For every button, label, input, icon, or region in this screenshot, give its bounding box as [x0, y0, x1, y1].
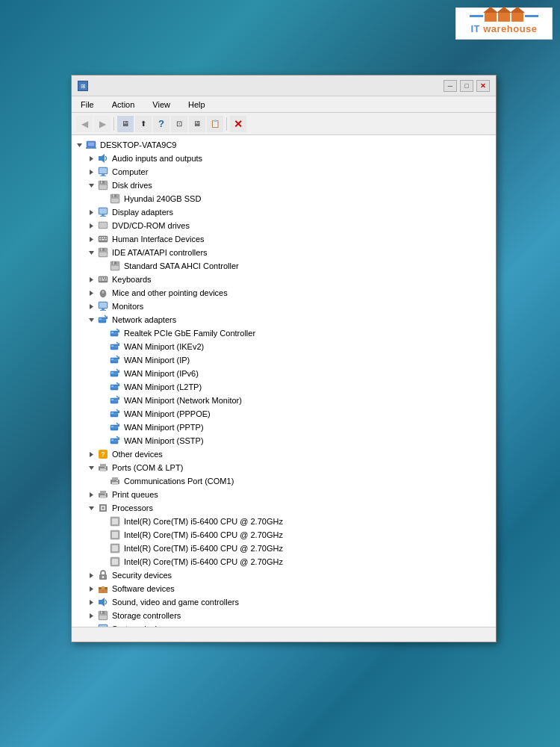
tree-item-hid[interactable]: Human Interface Devices: [72, 232, 496, 246]
tree-item-wan8[interactable]: WAN Miniport (SSTP): [72, 434, 496, 447]
tree-item-ports[interactable]: Ports (COM & LPT): [72, 461, 496, 474]
svg-rect-140: [112, 532, 118, 538]
svg-marker-38: [89, 251, 94, 255]
expand-icon-software[interactable]: [87, 584, 96, 593]
tree-item-wan5[interactable]: WAN Miniport (Network Monitor): [72, 394, 496, 407]
tree-icon-sound: [97, 596, 109, 608]
tree-item-network[interactable]: Network adapters: [72, 313, 496, 326]
tree-item-audio[interactable]: Audio inputs and outputs: [72, 152, 496, 165]
svg-rect-20: [111, 199, 119, 202]
update-driver-button[interactable]: ⬆: [135, 116, 152, 132]
logo-line-right: [525, 15, 538, 17]
minimize-button[interactable]: ─: [444, 80, 457, 92]
tree-item-other[interactable]: ?Other devices: [72, 447, 496, 461]
close-button[interactable]: ✕: [476, 80, 490, 92]
tree-item-wan7[interactable]: WAN Miniport (PPTP): [72, 421, 496, 434]
tree-item-cpu2[interactable]: Intel(R) Core(TM) i5-6400 CPU @ 2.70GHz: [72, 528, 496, 542]
tree-item-monitors[interactable]: Monitors: [72, 300, 496, 313]
svg-marker-6: [102, 154, 105, 163]
tree-item-sata[interactable]: Standard SATA AHCI Controller: [72, 259, 496, 273]
menu-action[interactable]: Action: [109, 99, 138, 111]
svg-text:?: ?: [101, 450, 105, 458]
tree-item-software[interactable]: Software devices: [72, 582, 496, 595]
expand-icon-keyboards[interactable]: [87, 275, 96, 284]
expand-icon-mice[interactable]: [87, 288, 96, 297]
tree-item-wan2[interactable]: WAN Miniport (IP): [72, 353, 496, 367]
scan-button[interactable]: ⊡: [171, 116, 187, 132]
tree-item-sound[interactable]: Sound, video and game controllers: [72, 595, 496, 609]
tree-item-cpu4[interactable]: Intel(R) Core(TM) i5-6400 CPU @ 2.70GHz: [72, 555, 496, 568]
tree-label-wan7: WAN Miniport (PPTP): [124, 423, 204, 432]
help-button[interactable]: ?: [153, 116, 169, 132]
tree-item-mice[interactable]: Mice and other pointing devices: [72, 286, 496, 300]
expand-icon-processors[interactable]: [87, 503, 96, 512]
tree-item-root[interactable]: DESKTOP-VATA9C9: [72, 138, 496, 152]
tree-item-wan4[interactable]: WAN Miniport (L2TP): [72, 380, 496, 394]
expand-icon-network[interactable]: [87, 315, 96, 324]
expand-icon-print[interactable]: [87, 490, 96, 499]
menu-bar: File Action View Help: [72, 96, 496, 113]
tree-item-security[interactable]: Security devices: [72, 568, 496, 582]
tree-item-processors[interactable]: Processors: [72, 501, 496, 515]
svg-rect-52: [106, 278, 107, 279]
menu-file[interactable]: File: [78, 99, 97, 111]
tree-label-cpu3: Intel(R) Core(TM) i5-6400 CPU @ 2.70GHz: [124, 544, 283, 553]
svg-rect-98: [111, 399, 113, 400]
device-list-button[interactable]: 📋: [207, 116, 223, 132]
forward-button[interactable]: ▶: [94, 116, 111, 132]
tree-item-com1[interactable]: Communications Port (COM1): [72, 474, 496, 488]
properties-button[interactable]: 🖥: [117, 116, 134, 132]
tree-item-display[interactable]: Display adapters: [72, 205, 496, 219]
expand-icon-sound[interactable]: [87, 598, 96, 607]
logo-text: IT warehouse: [462, 23, 546, 34]
svg-marker-128: [90, 492, 93, 498]
svg-rect-24: [102, 214, 105, 216]
tree-icon-dvd: [97, 220, 109, 232]
tree-item-hyundai[interactable]: Hyundai 240GB SSD: [72, 192, 496, 205]
expand-icon-hid[interactable]: [87, 235, 96, 244]
expand-icon-other[interactable]: [87, 450, 96, 459]
expand-icon-display[interactable]: [87, 208, 96, 217]
expand-icon-security[interactable]: [87, 571, 96, 580]
tree-item-cpu1[interactable]: Intel(R) Core(TM) i5-6400 CPU @ 2.70GHz: [72, 515, 496, 528]
expand-icon-audio[interactable]: [87, 154, 96, 163]
tree-icon-cpu1: [109, 515, 121, 527]
svg-rect-23: [99, 208, 107, 214]
svg-rect-34: [106, 238, 107, 239]
expand-icon-dvd[interactable]: [87, 221, 96, 230]
tree-label-wan3: WAN Miniport (IPv6): [124, 369, 199, 378]
svg-rect-64: [100, 310, 106, 311]
tree-item-computer[interactable]: Computer: [72, 165, 496, 179]
menu-help[interactable]: Help: [185, 99, 208, 111]
tree-item-wan1[interactable]: WAN Miniport (IKEv2): [72, 340, 496, 353]
expand-icon-ports[interactable]: [87, 463, 96, 472]
expand-icon-root[interactable]: [75, 140, 84, 149]
tree-item-dvd[interactable]: DVD/CD-ROM drives: [72, 219, 496, 232]
expand-icon-storage[interactable]: [87, 611, 96, 620]
tree-item-ide[interactable]: IDE ATA/ATAPI controllers: [72, 246, 496, 259]
disable-device-button[interactable]: ✕: [230, 116, 246, 132]
expand-icon-ide[interactable]: [87, 248, 96, 257]
tree-item-realtek[interactable]: Realtek PCIe GbE Family Controller: [72, 326, 496, 340]
expand-icon-com1: [99, 477, 108, 486]
tree-item-keyboards[interactable]: Keyboards: [72, 273, 496, 286]
tree-item-wan6[interactable]: WAN Miniport (PPPOE): [72, 407, 496, 421]
tree-item-print[interactable]: Print queues: [72, 488, 496, 501]
svg-rect-2: [88, 143, 94, 146]
tree-item-storage[interactable]: Storage controllers: [72, 609, 496, 622]
tree-item-wan3[interactable]: WAN Miniport (IPv6): [72, 367, 496, 380]
svg-rect-88: [111, 372, 113, 374]
tree-icon-mice: [97, 287, 109, 299]
tree-item-cpu3[interactable]: Intel(R) Core(TM) i5-6400 CPU @ 2.70GHz: [72, 542, 496, 555]
expand-icon-computer[interactable]: [87, 167, 96, 176]
expand-icon-monitors[interactable]: [87, 302, 96, 311]
tree-content[interactable]: DESKTOP-VATA9C9Audio inputs and outputsC…: [72, 135, 496, 627]
expand-icon-disk[interactable]: [87, 181, 96, 190]
tree-icon-cpu2: [109, 529, 121, 541]
maximize-button[interactable]: □: [460, 80, 473, 92]
tree-item-disk[interactable]: Disk drives: [72, 179, 496, 192]
back-button[interactable]: ◀: [76, 116, 93, 132]
view-button[interactable]: 🖥: [189, 116, 205, 132]
menu-view[interactable]: View: [149, 99, 173, 111]
logo-line-left: [470, 15, 483, 17]
